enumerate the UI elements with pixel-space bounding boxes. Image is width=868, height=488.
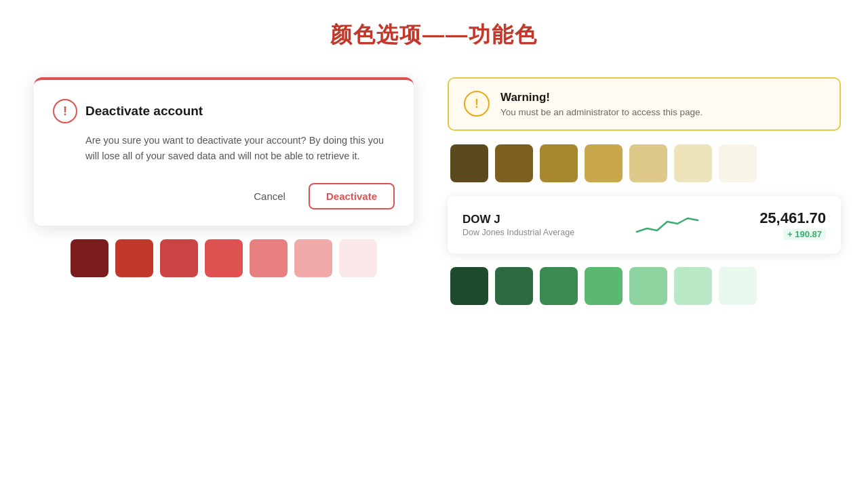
- modal-body-text: Are you sure you want to deactivate your…: [53, 133, 395, 164]
- swatch-green-4[interactable]: [585, 267, 623, 305]
- warning-icon: !: [464, 91, 490, 117]
- stock-card: DOW J Dow Jones Industrial Average 25,46…: [448, 196, 841, 253]
- swatch-red-2[interactable]: [115, 239, 153, 277]
- warning-text-block: Warning! You must be an administrator to…: [500, 91, 703, 117]
- main-content: ! Deactivate account Are you sure you wa…: [0, 77, 868, 305]
- swatch-yellow-4[interactable]: [585, 144, 623, 182]
- swatch-yellow-3[interactable]: [540, 144, 578, 182]
- swatch-red-5[interactable]: [250, 239, 288, 277]
- stock-info: DOW J Dow Jones Industrial Average: [462, 213, 574, 237]
- swatch-yellow-7[interactable]: [719, 144, 757, 182]
- swatch-yellow-6[interactable]: [674, 144, 712, 182]
- right-column: ! Warning! You must be an administrator …: [448, 77, 841, 305]
- swatch-green-6[interactable]: [674, 267, 712, 305]
- green-swatches-row: [448, 267, 841, 305]
- warning-title: Warning!: [500, 91, 703, 104]
- swatch-red-7[interactable]: [339, 239, 377, 277]
- stock-change: + 190.87: [783, 228, 826, 240]
- swatch-red-3[interactable]: [160, 239, 198, 277]
- deactivate-modal: ! Deactivate account Are you sure you wa…: [34, 77, 414, 226]
- swatch-green-1[interactable]: [450, 267, 488, 305]
- yellow-swatches-row: [448, 144, 841, 182]
- red-swatches-row: [71, 239, 377, 277]
- swatch-green-2[interactable]: [495, 267, 533, 305]
- swatch-red-1[interactable]: [71, 239, 108, 277]
- stock-price: 25,461.70: [760, 209, 826, 227]
- swatch-green-7[interactable]: [719, 267, 757, 305]
- warning-banner: ! Warning! You must be an administrator …: [448, 77, 841, 131]
- cancel-button[interactable]: Cancel: [241, 185, 298, 207]
- swatch-yellow-1[interactable]: [450, 144, 488, 182]
- modal-actions: Cancel Deactivate: [53, 183, 395, 209]
- chart-svg: [633, 211, 701, 239]
- swatch-green-5[interactable]: [629, 267, 667, 305]
- modal-header: ! Deactivate account: [53, 99, 395, 123]
- swatch-yellow-2[interactable]: [495, 144, 533, 182]
- stock-description: Dow Jones Industrial Average: [462, 228, 574, 237]
- swatch-red-6[interactable]: [294, 239, 332, 277]
- stock-chart: [633, 211, 701, 239]
- modal-warning-icon: !: [53, 99, 77, 123]
- swatch-red-4[interactable]: [205, 239, 243, 277]
- swatch-yellow-5[interactable]: [629, 144, 667, 182]
- modal-title: Deactivate account: [85, 104, 203, 119]
- warning-description: You must be an administrator to access t…: [500, 107, 703, 117]
- left-column: ! Deactivate account Are you sure you wa…: [27, 77, 420, 305]
- swatch-green-3[interactable]: [540, 267, 578, 305]
- stock-values: 25,461.70 + 190.87: [760, 209, 826, 240]
- page-title: 颜色选项——功能色: [0, 0, 868, 50]
- deactivate-button[interactable]: Deactivate: [309, 183, 395, 209]
- stock-name: DOW J: [462, 213, 574, 226]
